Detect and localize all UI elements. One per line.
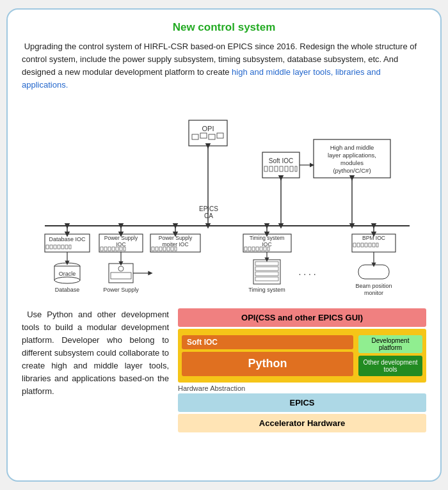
bottom-description-text: Use Python and other development tools t… [22, 310, 169, 397]
stack-epics-box: EPICS [178, 393, 426, 412]
opi-label: OPI(CSS and other EPICS GUI) [241, 313, 363, 322]
svg-text:OPI: OPI [202, 125, 214, 132]
diagram-svg: OPI EPICS CA Soft IOC High and m [22, 101, 426, 299]
svg-text:Oracle: Oracle [59, 271, 76, 277]
svg-text:CA: CA [204, 212, 213, 219]
svg-text:modules: modules [340, 159, 364, 166]
svg-text:IOC: IOC [262, 241, 271, 248]
svg-point-82 [54, 277, 80, 283]
svg-rect-10 [262, 152, 300, 178]
soft-ioc-inner: Soft IOC [182, 335, 353, 349]
stack-diagram: OPI(CSS and other EPICS GUI) Soft IOC Py… [178, 308, 426, 434]
svg-text:Database: Database [55, 287, 80, 293]
svg-text:(python/C/C#): (python/C/C#) [333, 167, 371, 174]
soft-ioc-label: Soft IOC [187, 338, 218, 347]
svg-text:Power Supply: Power Supply [104, 235, 138, 241]
dev-platform-box: Development platform [358, 335, 422, 353]
stack-main-area: Soft IOC Python Development platform Oth… [178, 329, 426, 383]
svg-rect-100 [358, 265, 389, 279]
hw-label: Accelerator Hardware [259, 418, 345, 428]
python-label: Python [248, 357, 287, 370]
intro-paragraph: Upgrading the control system of HIRFL-CS… [22, 40, 426, 92]
svg-text:Database IOC: Database IOC [49, 236, 86, 242]
svg-text:Power Supply: Power Supply [159, 235, 193, 241]
stack-hw-box: Accelerator Hardware [178, 414, 426, 432]
svg-text:Beam position: Beam position [355, 283, 392, 289]
svg-text:EPICS: EPICS [199, 205, 218, 212]
main-card: New control system Upgrading the control… [6, 8, 442, 482]
bottom-section: Use Python and other development tools t… [22, 308, 426, 434]
other-dev-box: Other development tools [358, 356, 422, 376]
svg-text:BPM IOC: BPM IOC [362, 235, 385, 241]
svg-text:Timing system: Timing system [248, 287, 285, 293]
svg-text:layer applications,: layer applications, [328, 152, 376, 159]
svg-text:monitor: monitor [364, 290, 383, 296]
bottom-description: Use Python and other development tools t… [22, 308, 169, 434]
epics-label: EPICS [289, 398, 314, 407]
svg-text:IOC: IOC [116, 241, 125, 248]
hw-abs-label: Hardware Abstraction [178, 384, 426, 392]
right-column: Development platform Other development t… [358, 335, 422, 376]
svg-text:High and middle: High and middle [330, 144, 374, 151]
python-box: Python [182, 352, 353, 376]
svg-text:Power Supply: Power Supply [103, 287, 139, 293]
svg-text:moiter IOC: moiter IOC [162, 241, 188, 248]
architecture-diagram: OPI EPICS CA Soft IOC High and m [22, 101, 426, 302]
stack-opi-box: OPI(CSS and other EPICS GUI) [178, 308, 426, 327]
svg-text:Soft IOC: Soft IOC [269, 157, 293, 164]
other-dev-label: Other development tools [363, 359, 417, 373]
svg-text:. . . .: . . . . [298, 267, 316, 277]
page-title: New control system [22, 21, 426, 34]
svg-rect-86 [109, 264, 133, 283]
svg-text:Timing system: Timing system [250, 235, 284, 241]
dev-platform-label: Development platform [372, 337, 410, 351]
